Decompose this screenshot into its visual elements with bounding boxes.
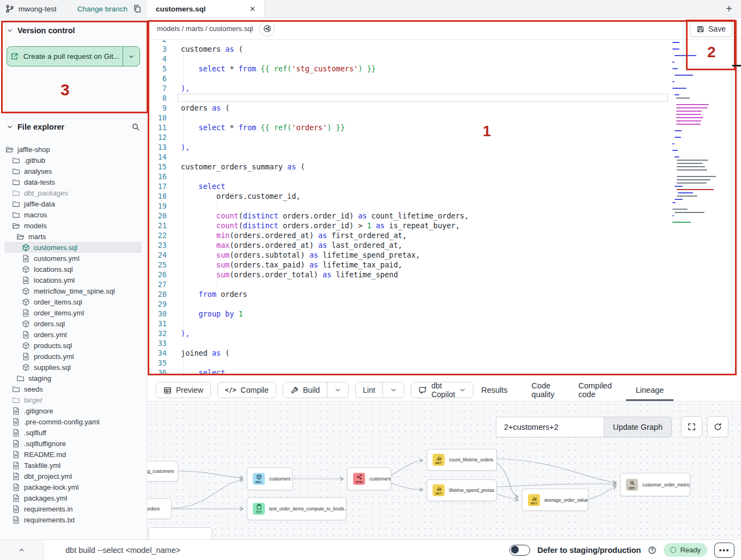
code-line[interactable]: 19: [147, 201, 741, 211]
new-tab-button[interactable]: +: [717, 0, 741, 17]
code-line[interactable]: 33: [147, 338, 741, 348]
file-tree-item[interactable]: dbt_packages: [4, 187, 142, 198]
code-line[interactable]: 15customer_orders_summary as (: [147, 162, 741, 172]
file-tree-item[interactable]: jaffle-shop: [4, 144, 142, 155]
create-pr-button[interactable]: Create a pull request on Git...: [7, 46, 140, 66]
code-line[interactable]: 18 orders.customer_id,: [147, 191, 741, 201]
preview-button[interactable]: Preview: [156, 382, 211, 398]
lineage-filter-input[interactable]: [496, 417, 604, 437]
code-line[interactable]: 2: [147, 40, 741, 44]
lint-caret[interactable]: [383, 382, 404, 398]
save-button[interactable]: Save: [690, 21, 732, 37]
code-line[interactable]: 26 sum(orders.order_total) as lifetime_s…: [147, 270, 741, 279]
file-tree-item[interactable]: products.sql: [4, 340, 142, 351]
file-tree-item[interactable]: orders.yml: [4, 329, 142, 340]
file-tree-item[interactable]: dbt_project.yml: [4, 471, 142, 482]
code-line[interactable]: 31: [147, 319, 741, 328]
build-button[interactable]: Build: [283, 382, 349, 398]
file-tree-item[interactable]: requirements.txt: [4, 514, 142, 525]
code-line[interactable]: 22 min(orders.ordered_at) as first_order…: [147, 230, 741, 240]
status-badge[interactable]: Ready: [664, 543, 707, 557]
command-input[interactable]: dbt build --select <model_name>: [65, 546, 180, 555]
file-tree-item[interactable]: locations.sql: [4, 264, 142, 275]
more-icon[interactable]: •••: [714, 543, 734, 558]
file-tree-item[interactable]: .gitignore: [4, 405, 142, 416]
file-tree-item[interactable]: orders.sql: [4, 318, 142, 329]
code-line[interactable]: 24 sum(orders.subtotal) as lifetime_spen…: [147, 250, 741, 260]
tab-customers-sql[interactable]: customers.sql ✕: [147, 0, 265, 17]
code-editor[interactable]: 23customers as (45 select * from {{ ref(…: [147, 40, 741, 379]
tab-results[interactable]: Results: [480, 379, 508, 401]
lineage-node[interactable]: METlifetime_spend_pretax: [427, 479, 497, 501]
file-tree-item[interactable]: target: [4, 394, 142, 405]
code-line[interactable]: 28 from orders: [147, 289, 741, 299]
lineage-node[interactable]: MDLcustomers: [247, 467, 293, 490]
lineage-node[interactable]: SEMcustomers: [347, 467, 391, 490]
code-line[interactable]: 30 group by 1: [147, 309, 741, 319]
file-tree-item[interactable]: models: [4, 220, 142, 231]
lineage-node[interactable]: METcount_lifetime_orders: [427, 449, 497, 471]
compile-button[interactable]: </>Compile: [217, 382, 276, 398]
code-line[interactable]: 9orders as (: [147, 103, 741, 113]
refresh-icon[interactable]: [707, 416, 728, 437]
file-tree-item[interactable]: order_items.sql: [4, 296, 142, 307]
file-tree-item[interactable]: macros: [4, 209, 142, 220]
file-tree-item[interactable]: analyses: [4, 166, 142, 176]
file-tree-item[interactable]: README.md: [4, 449, 142, 460]
code-line[interactable]: 36 select: [147, 368, 741, 378]
file-tree-item[interactable]: packages.yml: [4, 492, 142, 503]
search-icon[interactable]: [131, 123, 140, 131]
lineage-node-partial[interactable]: [148, 527, 212, 539]
code-line[interactable]: 27: [147, 279, 741, 289]
file-explorer-header[interactable]: File explorer: [7, 123, 140, 131]
lineage-node[interactable]: MDLstg_customers: [147, 461, 178, 482]
minimap[interactable]: [672, 41, 716, 275]
file-tree-item[interactable]: Taskfile.yml: [4, 460, 142, 471]
code-line[interactable]: 5 select * from {{ ref('stg_customers') …: [147, 64, 741, 74]
copilot-caret[interactable]: [459, 387, 466, 393]
tab-lineage[interactable]: Lineage: [635, 379, 665, 401]
code-line[interactable]: 4: [147, 54, 741, 64]
code-line[interactable]: 13),: [147, 142, 741, 152]
code-line[interactable]: 7),: [147, 83, 741, 93]
file-tree-item[interactable]: requirements.in: [4, 503, 142, 514]
version-control-header[interactable]: Version control: [7, 26, 140, 35]
tab-code-quality[interactable]: Code quality: [531, 379, 556, 401]
code-line[interactable]: 32),: [147, 328, 741, 338]
file-tree-item[interactable]: data-tests: [4, 176, 142, 187]
file-tree-item[interactable]: locations.yml: [4, 275, 142, 285]
create-pr-caret[interactable]: [123, 47, 139, 66]
code-line[interactable]: 11 select * from {{ ref('orders') }}: [147, 123, 741, 132]
code-line[interactable]: 14: [147, 152, 741, 162]
defer-toggle[interactable]: [509, 545, 530, 556]
copy-icon[interactable]: [133, 4, 142, 13]
dbt-copilot-button[interactable]: dbt Copilot: [411, 382, 474, 398]
lineage-node[interactable]: QRYcustomer_order_metrics: [620, 473, 690, 496]
tab-compiled-code[interactable]: Compiled code: [578, 379, 613, 401]
code-line[interactable]: 29: [147, 299, 741, 309]
code-line[interactable]: 17 select: [147, 181, 741, 191]
help-icon[interactable]: [648, 546, 657, 555]
file-tree-item[interactable]: customers.yml: [4, 253, 142, 264]
code-line[interactable]: 21 count(distinct orders.order_id) > 1 a…: [147, 221, 741, 230]
lineage-icon[interactable]: [259, 21, 275, 36]
file-tree-item[interactable]: marts: [4, 231, 142, 242]
file-tree-item[interactable]: jaffle-data: [4, 198, 142, 209]
fullscreen-icon[interactable]: [681, 416, 702, 437]
file-tree-item[interactable]: metricflow_time_spine.sql: [4, 285, 142, 296]
file-tree-item[interactable]: order_items.yml: [4, 307, 142, 318]
lineage-node[interactable]: METaverage_order_value: [522, 489, 588, 511]
file-tree-item[interactable]: .sqlfluffignore: [4, 438, 142, 449]
file-tree-item[interactable]: products.yml: [4, 351, 142, 362]
file-tree-item[interactable]: package-lock.yml: [4, 482, 142, 492]
change-branch-link[interactable]: Change branch: [77, 5, 127, 13]
code-line[interactable]: 20 count(distinct orders.order_id) as co…: [147, 211, 741, 221]
code-line[interactable]: 12: [147, 132, 741, 142]
close-icon[interactable]: ✕: [250, 5, 256, 13]
code-line[interactable]: 23 max(orders.ordered_at) as last_ordere…: [147, 240, 741, 250]
code-line[interactable]: 6: [147, 74, 741, 83]
code-line[interactable]: 8: [147, 93, 741, 103]
build-caret[interactable]: [327, 382, 348, 398]
code-line[interactable]: 16: [147, 172, 741, 181]
chevron-up-icon[interactable]: [0, 540, 44, 560]
